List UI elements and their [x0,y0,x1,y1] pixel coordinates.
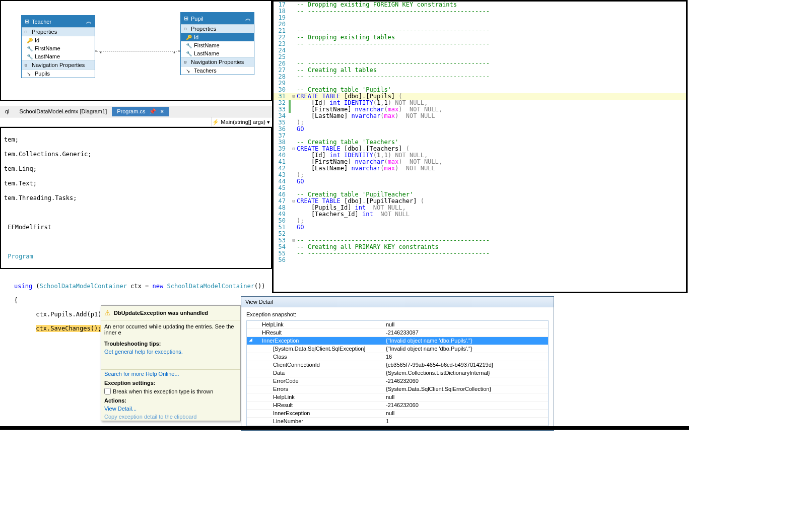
nav-properties-header[interactable]: ⊟Navigation Properties [22,60,95,70]
entity-nav-teachers[interactable]: ↘Teachers [181,66,254,75]
property-row[interactable]: InnerExceptionnull [247,410,548,418]
wrench-icon: 🔧 [186,43,192,48]
entity-prop-lastname[interactable]: 🔧LastName [181,49,254,57]
nav-properties-header[interactable]: ⊟Navigation Properties [181,57,254,66]
key-icon: 🔑 [27,38,33,43]
property-row[interactable]: Class16 [247,353,548,361]
entity-prop-id[interactable]: 🔑Id [181,33,254,41]
close-icon[interactable]: × [160,108,163,114]
properties-header[interactable]: ⊟Properties [181,24,254,33]
member-dropdown[interactable]: ⚡ Main(string[] args) ▾ [212,119,272,125]
wrench-icon: 🔧 [186,51,192,56]
view-detail-title: View Detail [241,297,554,307]
property-row[interactable]: LineNumber1 [247,418,548,426]
edmx-diagram[interactable]: ⊞ Teacher ︽ ⊟Properties 🔑Id 🔧FirstName 🔧… [0,0,272,101]
property-row[interactable]: [System.Data.SqlClient.SqlException]{"In… [247,345,548,353]
entity-nav-pupils[interactable]: ↘Pupils [22,70,95,78]
nav-icon: ↘ [27,71,31,77]
wrench-icon: 🔧 [27,54,33,59]
property-grid[interactable]: HelpLinknullHResult-2146233087◢InnerExce… [246,320,549,426]
table-icon: ⊞ [184,15,188,22]
property-row[interactable]: ErrorCode-2146232060 [247,377,548,385]
property-row[interactable]: ◢InnerException{"Invalid object name 'db… [247,337,548,345]
collapse-icon[interactable]: ︽ [245,15,251,22]
view-detail-window[interactable]: View Detail Exception snapshot: HelpLink… [241,296,554,431]
search-help-link[interactable]: Search for more Help Online... [101,370,240,378]
property-row[interactable]: ClientConnectionId{cb3565f7-99ab-4654-b6… [247,361,548,369]
properties-header[interactable]: ⊟Properties [22,27,95,36]
editor-tabbar: ql SchoolDataModel.edmx [Diagram1] Progr… [0,106,272,117]
exception-tooltip: ⚠ DbUpdateException was unhandled An err… [101,305,241,421]
multiplicity-left: * [100,51,102,56]
entity-title: Pupil [191,16,203,22]
property-row[interactable]: HelpLinknull [247,321,548,329]
property-row[interactable]: Data{System.Collections.ListDictionaryIn… [247,369,548,377]
exception-title: DbUpdateException was unhandled [114,310,208,316]
multiplicity-right: * [173,51,175,56]
entity-pupil-header[interactable]: ⊞ Pupil ︽ [181,13,254,24]
actions-header: Actions: [101,395,240,405]
chevron-down-icon: ▾ [267,119,270,125]
navigation-bar: ⚡ Main(string[] args) ▾ [0,117,272,127]
copy-detail-link[interactable]: Copy exception detail to the clipboard [101,413,240,421]
entity-teacher[interactable]: ⊞ Teacher ︽ ⊟Properties 🔑Id 🔧FirstName 🔧… [21,15,95,78]
class-dropdown[interactable] [0,119,212,125]
sql-editor[interactable]: 17-- Dropping existing FOREIGN KEY const… [272,0,688,293]
view-detail-link[interactable]: View Detail... [101,405,240,413]
nav-icon: ↘ [186,68,190,74]
wrench-icon: 🔧 [27,46,33,51]
key-icon: 🔑 [186,35,192,40]
entity-prop-firstname[interactable]: 🔧FirstName [181,41,254,49]
break-on-exception-checkbox[interactable] [104,388,111,394]
code-editor[interactable]: tem; tem.Collections.Generic; tem.Linq; … [0,127,272,269]
exception-message: An error occurred while updating the ent… [101,320,240,339]
entity-prop-firstname[interactable]: 🔧FirstName [22,44,95,52]
bottom-border [0,426,689,430]
table-icon: ⊞ [25,18,29,25]
pin-icon[interactable]: 📌 [149,108,156,115]
entity-title: Teacher [32,19,51,25]
tab-program[interactable]: Program.cs 📌 × [112,107,169,116]
lightning-icon: ⚡ [212,119,219,125]
association-line [95,49,180,54]
entity-prop-lastname[interactable]: 🔧LastName [22,52,95,60]
property-row[interactable]: HelpLinknull [247,393,548,402]
warning-icon: ⚠ [104,309,111,317]
property-row[interactable]: HResult-2146232060 [247,402,548,410]
connector-dot [95,50,97,52]
collapse-icon[interactable]: ︽ [86,18,92,25]
exception-highlight: ctx.SaveChanges(); [36,325,101,332]
snapshot-label: Exception snapshot: [246,311,549,317]
entity-pupil[interactable]: ⊞ Pupil ︽ ⊟Properties 🔑Id 🔧FirstName 🔧La… [180,12,254,75]
property-row[interactable]: Errors{System.Data.SqlClient.SqlErrorCol… [247,385,548,393]
help-exceptions-link[interactable]: Get general help for exceptions. [101,348,240,356]
settings-header: Exception settings: [101,378,240,387]
entity-prop-id[interactable]: 🔑Id [22,36,95,44]
property-row[interactable]: HResult-2146233087 [247,329,548,337]
tab-ql[interactable]: ql [0,107,15,116]
connector-dot [178,50,180,52]
entity-teacher-header[interactable]: ⊞ Teacher ︽ [22,16,95,27]
tips-header: Troubleshooting tips: [101,339,240,348]
tab-diagram[interactable]: SchoolDataModel.edmx [Diagram1] [15,107,112,116]
